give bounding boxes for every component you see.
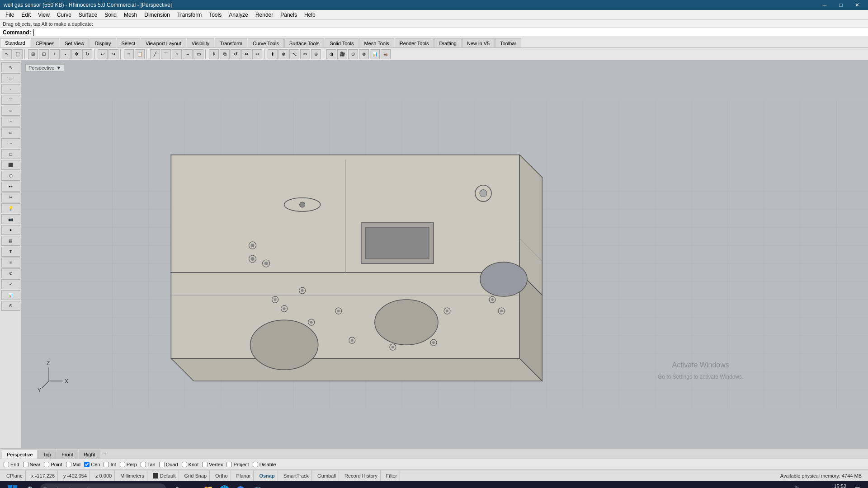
tab-new-in-v5[interactable]: New in V5	[462, 38, 495, 47]
tool-render-icon[interactable]: 🎥	[337, 49, 347, 59]
osnap-perp-checkbox[interactable]	[120, 462, 125, 467]
tool-polyline-icon[interactable]: ⌒	[161, 49, 171, 59]
planar-btn[interactable]: Planar	[234, 470, 254, 481]
menu-view[interactable]: View	[34, 10, 53, 20]
layer-display[interactable]: Default	[150, 470, 179, 481]
add-viewport-button[interactable]: +	[101, 450, 110, 459]
viewport[interactable]: Z X Y Activate Windows Go to Settings to…	[22, 61, 868, 448]
osnap-tan-checkbox[interactable]	[141, 462, 146, 467]
maximize-button[interactable]: □	[834, 0, 848, 10]
tool-pan-icon[interactable]: ✥	[71, 49, 81, 59]
menu-help[interactable]: Help	[301, 10, 319, 20]
osnap-int[interactable]: Int	[104, 462, 116, 467]
tab-drafting[interactable]: Drafting	[434, 38, 462, 47]
tool-gumball-icon[interactable]: ⊗	[359, 49, 369, 59]
taskbar-rhino-icon[interactable]: 🦏	[250, 483, 264, 488]
tab-visibility[interactable]: Visibility	[187, 38, 215, 47]
osnap-point-checkbox[interactable]	[44, 462, 49, 467]
taskbar-edge-icon[interactable]: 🌐	[217, 483, 231, 488]
tab-toolbar[interactable]: Toolbar	[495, 38, 521, 47]
vp-tab-right[interactable]: Right	[79, 450, 100, 459]
left-tool-arc[interactable]: ⌢	[1, 117, 20, 127]
left-tool-dim[interactable]: ⊷	[1, 182, 20, 192]
ortho-btn[interactable]: Ortho	[212, 470, 231, 481]
tool-move-icon[interactable]: ⇕	[209, 49, 219, 59]
tool-shade-icon[interactable]: ◑	[326, 49, 336, 59]
tool-arc-icon[interactable]: ⌢	[183, 49, 193, 59]
osnap-vertex-checkbox[interactable]	[202, 462, 208, 467]
osnap-quad-checkbox[interactable]	[159, 462, 165, 467]
tab-solid-tools[interactable]: Solid Tools	[325, 38, 359, 47]
left-tool-text[interactable]: T	[1, 247, 20, 257]
left-tool-surface[interactable]: ◻	[1, 149, 20, 159]
osnap-end[interactable]: End	[4, 462, 19, 467]
tool-grasshopper-icon[interactable]: 🦗	[381, 49, 391, 59]
left-tool-camera[interactable]: 📷	[1, 214, 20, 224]
tab-render-tools[interactable]: Render Tools	[395, 38, 434, 47]
tray-network-icon[interactable]: ⊕	[770, 483, 785, 488]
left-tool-select[interactable]: ↖	[1, 62, 20, 72]
tool-copy-icon[interactable]: ⧉	[220, 49, 230, 59]
tool-trim-icon[interactable]: ✂	[300, 49, 310, 59]
taskbar-clock[interactable]: 15:52 19-06-2018	[821, 483, 846, 488]
osnap-tan[interactable]: Tan	[141, 462, 156, 467]
menu-mesh[interactable]: Mesh	[120, 10, 141, 20]
tool-rotate-icon[interactable]: ↻	[82, 49, 92, 59]
tab-transform[interactable]: Transform	[215, 38, 247, 47]
vp-tab-top[interactable]: Top	[38, 450, 56, 459]
tool-zoom-sel-icon[interactable]: ⊡	[39, 49, 49, 59]
tool-redo-icon[interactable]: ↪	[108, 49, 118, 59]
osnap-project-checkbox[interactable]	[226, 462, 232, 467]
menu-render[interactable]: Render	[252, 10, 277, 20]
left-tool-hatch[interactable]: ▤	[1, 236, 20, 246]
tool-mirror-icon[interactable]: ⇿	[252, 49, 262, 59]
left-tool-point[interactable]: ·	[1, 84, 20, 94]
osnap-mid[interactable]: Mid	[66, 462, 81, 467]
menu-panels[interactable]: Panels	[277, 10, 301, 20]
tool-zoom-ext-icon[interactable]: ⊞	[28, 49, 38, 59]
tray-chevron-icon[interactable]: ^	[752, 483, 767, 488]
tab-curve-tools[interactable]: Curve Tools	[248, 38, 284, 47]
left-tool-rect[interactable]: ▭	[1, 127, 20, 137]
gumball-btn[interactable]: Gumball	[315, 470, 339, 481]
tool-fillet-icon[interactable]: ⌥	[289, 49, 299, 59]
tab-mesh-tools[interactable]: Mesh Tools	[359, 38, 394, 47]
vp-tab-front[interactable]: Front	[57, 450, 78, 459]
grid-snap-btn[interactable]: Grid Snap	[182, 470, 210, 481]
menu-edit[interactable]: Edit	[18, 10, 34, 20]
tool-layer-icon[interactable]: ≡	[124, 49, 134, 59]
osnap-btn[interactable]: Osnap	[256, 470, 278, 481]
units-display[interactable]: Millimeters	[118, 470, 147, 481]
tool-window-select-icon[interactable]: ⬚	[13, 49, 23, 59]
osnap-knot-checkbox[interactable]	[182, 462, 187, 467]
osnap-vertex[interactable]: Vertex	[202, 462, 223, 467]
menu-tools[interactable]: Tools	[205, 10, 225, 20]
close-button[interactable]: ✕	[850, 0, 864, 10]
left-tool-select2[interactable]: ⬚	[1, 73, 20, 83]
osnap-knot[interactable]: Knot	[182, 462, 199, 467]
left-tool-snappy[interactable]: ⊙	[1, 268, 20, 278]
osnap-project[interactable]: Project	[226, 462, 249, 467]
osnap-cen-checkbox[interactable]	[84, 462, 90, 467]
viewport-label[interactable]: Perspective ▼	[25, 64, 64, 71]
taskbar-explorer-icon[interactable]: 📁	[201, 483, 215, 488]
tool-circle-icon[interactable]: ○	[172, 49, 182, 59]
tab-cplanes[interactable]: CPlanes	[31, 38, 60, 47]
taskbar-chrome-icon[interactable]: ⬤	[233, 483, 248, 488]
osnap-int-checkbox[interactable]	[104, 462, 109, 467]
osnap-disable[interactable]: Disable	[253, 462, 276, 467]
task-view-button[interactable]: ⧉	[184, 483, 199, 488]
tool-boolean-icon[interactable]: ⊕	[278, 49, 288, 59]
tool-snap-icon[interactable]: ⊙	[348, 49, 358, 59]
left-tool-freeform[interactable]: ~	[1, 138, 20, 148]
tool-join-icon[interactable]: ⊕	[311, 49, 321, 59]
tab-viewport-layout[interactable]: Viewport Layout	[141, 38, 186, 47]
tray-notification-icon[interactable]: 🗨	[850, 483, 864, 488]
start-button[interactable]	[4, 483, 22, 488]
left-tool-mesh[interactable]: ⬡	[1, 171, 20, 181]
tool-props-icon[interactable]: 📋	[135, 49, 145, 59]
mic-icon[interactable]: 🎤	[168, 483, 183, 488]
tray-speaker-icon[interactable]: 🔊	[788, 483, 803, 488]
osnap-quad[interactable]: Quad	[159, 462, 178, 467]
tool-analysis-icon[interactable]: 📊	[370, 49, 380, 59]
